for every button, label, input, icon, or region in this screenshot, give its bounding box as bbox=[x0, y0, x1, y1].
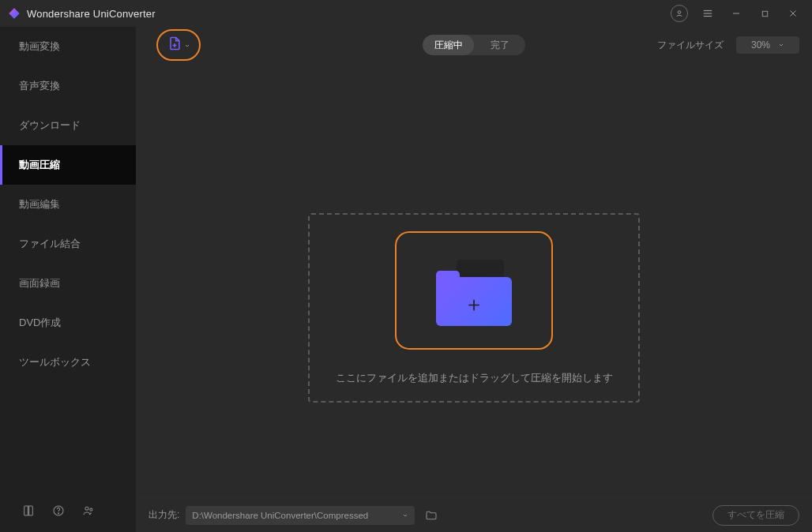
help-icon[interactable] bbox=[52, 504, 65, 520]
file-size-label: ファイルサイズ bbox=[657, 39, 724, 52]
tab-done[interactable]: 完了 bbox=[474, 35, 525, 55]
minimize-button[interactable] bbox=[725, 2, 747, 24]
sidebar-item-audio-convert[interactable]: 音声変換 bbox=[0, 66, 136, 106]
output-path-select[interactable]: D:\Wondershare UniConverter\Compressed bbox=[186, 506, 415, 525]
open-folder-button[interactable] bbox=[421, 506, 442, 525]
add-file-dropbutton[interactable]: ＋ bbox=[395, 231, 553, 350]
tab-compressing[interactable]: 圧縮中 bbox=[423, 35, 474, 55]
tab-label: 圧縮中 bbox=[434, 39, 463, 52]
top-toolbar: 圧縮中 完了 ファイルサイズ 30% bbox=[136, 27, 812, 63]
title-bar: Wondershare UniConverter bbox=[0, 0, 812, 27]
folder-plus-icon: ＋ bbox=[436, 260, 512, 321]
app-logo-icon bbox=[8, 7, 21, 20]
sidebar-item-file-merge[interactable]: ファイル結合 bbox=[0, 224, 136, 264]
sidebar-item-label: 動画圧縮 bbox=[19, 158, 60, 172]
sidebar-item-video-edit[interactable]: 動画編集 bbox=[0, 185, 136, 224]
account-button[interactable] bbox=[668, 2, 690, 24]
close-button[interactable] bbox=[782, 2, 804, 24]
sidebar-item-label: ファイル結合 bbox=[19, 237, 81, 251]
sidebar-item-dvd-create[interactable]: DVD作成 bbox=[0, 303, 136, 343]
sidebar: 動画変換 音声変換 ダウンロード 動画圧縮 動画編集 ファイル結合 画面録画 D… bbox=[0, 27, 136, 532]
hamburger-menu-button[interactable] bbox=[697, 2, 719, 24]
chevron-down-icon bbox=[778, 39, 784, 51]
content-area: ＋ ここにファイルを追加またはドラッグして圧縮を開始します bbox=[136, 63, 812, 497]
file-size-select[interactable]: 30% bbox=[736, 36, 799, 54]
compress-all-button[interactable]: すべてを圧縮 bbox=[712, 505, 799, 526]
app-title: Wondershare UniConverter bbox=[27, 8, 156, 20]
drop-zone[interactable]: ＋ ここにファイルを追加またはドラッグして圧縮を開始します bbox=[308, 213, 640, 403]
sidebar-item-label: 画面録画 bbox=[19, 276, 60, 290]
svg-point-9 bbox=[58, 513, 58, 514]
sidebar-item-label: DVD作成 bbox=[19, 316, 61, 330]
file-size-value: 30% bbox=[751, 39, 770, 51]
svg-rect-5 bbox=[762, 11, 767, 16]
sidebar-item-screen-record[interactable]: 画面録画 bbox=[0, 264, 136, 303]
status-tabs: 圧縮中 完了 bbox=[423, 35, 525, 55]
sidebar-item-label: ダウンロード bbox=[19, 118, 81, 133]
main-panel: 圧縮中 完了 ファイルサイズ 30% ＋ ここ bbox=[136, 27, 812, 532]
highlight-ring-icon bbox=[156, 29, 201, 61]
sidebar-item-video-convert[interactable]: 動画変換 bbox=[0, 27, 136, 66]
book-icon[interactable] bbox=[22, 504, 35, 520]
sidebar-item-label: 動画編集 bbox=[19, 197, 60, 212]
compress-all-label: すべてを圧縮 bbox=[727, 508, 784, 522]
svg-point-11 bbox=[90, 508, 92, 511]
chevron-down-icon bbox=[397, 511, 408, 520]
drop-hint: ここにファイルを追加またはドラッグして圧縮を開始します bbox=[336, 372, 613, 385]
bottom-bar: 出力先: D:\Wondershare UniConverter\Compres… bbox=[136, 497, 812, 532]
sidebar-item-label: 動画変換 bbox=[19, 39, 60, 54]
sidebar-item-label: ツールボックス bbox=[19, 355, 91, 369]
add-file-button[interactable] bbox=[156, 29, 201, 61]
output-path-value: D:\Wondershare UniConverter\Compressed bbox=[192, 511, 397, 520]
output-label: 出力先: bbox=[148, 508, 179, 522]
sidebar-item-download[interactable]: ダウンロード bbox=[0, 106, 136, 145]
sidebar-item-toolbox[interactable]: ツールボックス bbox=[0, 343, 136, 382]
sidebar-item-label: 音声変換 bbox=[19, 79, 60, 93]
community-icon[interactable] bbox=[82, 504, 95, 520]
svg-point-10 bbox=[85, 507, 88, 510]
maximize-button[interactable] bbox=[754, 2, 776, 24]
sidebar-item-video-compress[interactable]: 動画圧縮 bbox=[0, 145, 136, 185]
tab-label: 完了 bbox=[491, 39, 509, 52]
svg-point-0 bbox=[678, 11, 681, 14]
